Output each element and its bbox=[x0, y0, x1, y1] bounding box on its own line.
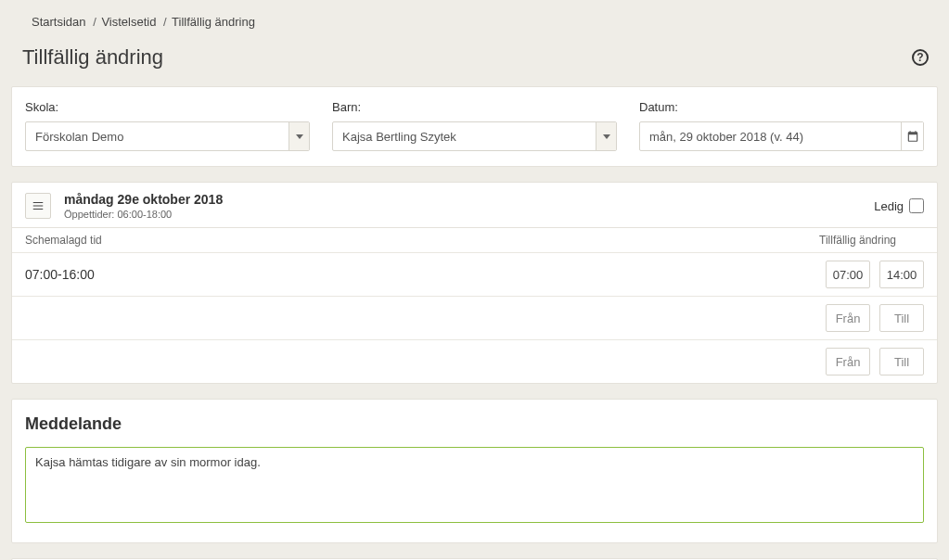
message-title: Meddelande bbox=[25, 414, 924, 434]
school-select[interactable] bbox=[25, 121, 310, 151]
day-open-hours: Öppettider: 06:00-18:00 bbox=[64, 209, 223, 220]
day-calendar-icon bbox=[25, 193, 51, 219]
child-select[interactable] bbox=[332, 121, 617, 151]
date-select[interactable] bbox=[639, 121, 924, 151]
child-input[interactable] bbox=[333, 122, 596, 150]
school-input[interactable] bbox=[26, 122, 289, 150]
filters-card: Skola: Barn: Datum: bbox=[11, 86, 938, 167]
help-icon[interactable]: ? bbox=[912, 49, 929, 66]
calendar-icon bbox=[906, 130, 919, 143]
school-field: Skola: bbox=[25, 100, 310, 151]
day-card: måndag 29e oktober 2018 Öppettider: 06:0… bbox=[11, 182, 938, 384]
scheduled-time: 07:00-16:00 bbox=[25, 267, 95, 282]
col-temp: Tillfällig ändring bbox=[819, 234, 896, 247]
chevron-down-icon bbox=[296, 134, 303, 139]
column-headers: Schemalagd tid Tillfällig ändring bbox=[12, 228, 937, 253]
from-time-input[interactable] bbox=[826, 304, 870, 332]
day-header: måndag 29e oktober 2018 Öppettider: 06:0… bbox=[12, 183, 937, 228]
from-time-input[interactable] bbox=[826, 261, 870, 288]
calendar-list-icon bbox=[31, 199, 45, 212]
message-textarea[interactable] bbox=[25, 447, 924, 523]
message-card: Meddelande bbox=[11, 399, 938, 543]
breadcrumb: Startsidan / Vistelsetid / Tillfällig än… bbox=[11, 9, 938, 42]
breadcrumb-sep: / bbox=[163, 15, 167, 29]
col-scheduled: Schemalagd tid bbox=[25, 234, 102, 247]
ledig-checkbox[interactable] bbox=[909, 198, 924, 213]
breadcrumb-sep: / bbox=[93, 15, 96, 29]
school-dropdown-button[interactable] bbox=[289, 122, 309, 150]
date-picker-button[interactable] bbox=[901, 122, 923, 150]
date-field: Datum: bbox=[639, 100, 924, 151]
from-time-input[interactable] bbox=[826, 348, 870, 375]
to-time-input[interactable] bbox=[879, 261, 924, 288]
breadcrumb-home[interactable]: Startsidan bbox=[32, 15, 86, 29]
schedule-row: 07:00-16:00 bbox=[12, 253, 937, 297]
chevron-down-icon bbox=[603, 134, 610, 139]
school-label: Skola: bbox=[25, 100, 310, 114]
child-field: Barn: bbox=[332, 100, 617, 151]
page-title: Tillfällig ändring bbox=[22, 45, 163, 70]
day-title: måndag 29e oktober 2018 bbox=[64, 192, 223, 207]
breadcrumb-level2: Tillfällig ändring bbox=[172, 15, 255, 29]
date-input[interactable] bbox=[640, 122, 901, 150]
schedule-row bbox=[12, 297, 937, 340]
child-dropdown-button[interactable] bbox=[596, 122, 616, 150]
breadcrumb-level1[interactable]: Vistelsetid bbox=[101, 15, 156, 29]
to-time-input[interactable] bbox=[879, 304, 924, 332]
to-time-input[interactable] bbox=[879, 348, 924, 375]
child-label: Barn: bbox=[332, 100, 617, 114]
date-label: Datum: bbox=[639, 100, 924, 114]
schedule-row bbox=[12, 340, 937, 383]
ledig-label: Ledig bbox=[874, 199, 904, 213]
ledig-checkbox-wrap[interactable]: Ledig bbox=[874, 198, 924, 213]
